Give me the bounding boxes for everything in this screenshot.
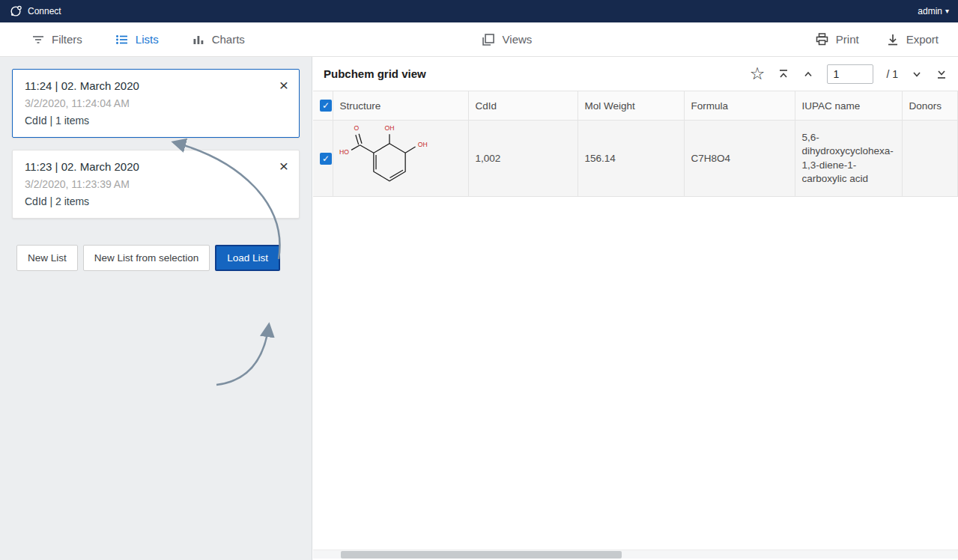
brand[interactable]: Connect bbox=[9, 4, 61, 18]
printer-icon bbox=[815, 32, 829, 46]
list-icon bbox=[115, 33, 129, 46]
lists-panel: 11:24 | 02. March 2020 3/2/2020, 11:24:0… bbox=[0, 57, 312, 560]
user-menu[interactable]: admin ▾ bbox=[918, 6, 949, 16]
export-button[interactable]: Export bbox=[886, 33, 939, 46]
grid-controls: ☆ / 1 bbox=[750, 64, 948, 84]
results-table: ✓ Structure CdId Mol Weight Formula IUPA… bbox=[313, 91, 958, 197]
download-icon bbox=[886, 33, 900, 46]
column-header-cdid[interactable]: CdId bbox=[468, 91, 577, 121]
last-page-icon[interactable] bbox=[936, 68, 948, 80]
tab-filters-label: Filters bbox=[52, 33, 82, 46]
row-checkbox-cell: ✓ bbox=[313, 121, 333, 197]
list-title: 11:24 | 02. March 2020 bbox=[25, 79, 287, 92]
first-page-icon[interactable] bbox=[777, 68, 789, 80]
molecule-structure-image: O HO OH OH bbox=[333, 185, 446, 196]
grid-title: Pubchem grid view bbox=[324, 67, 426, 80]
user-name: admin bbox=[918, 6, 942, 16]
next-page-icon[interactable] bbox=[911, 68, 923, 80]
filter-icon bbox=[31, 33, 45, 46]
grid-header: Pubchem grid view ☆ / 1 bbox=[313, 57, 958, 91]
views-icon bbox=[481, 32, 496, 47]
logo-icon bbox=[9, 4, 22, 18]
previous-page-icon[interactable] bbox=[802, 68, 814, 80]
toolbar-left-group: Filters Lists bbox=[0, 33, 245, 46]
brand-label: Connect bbox=[28, 6, 61, 16]
mol-weight-cell: 156.14 bbox=[577, 121, 684, 197]
formula-cell: C7H8O4 bbox=[684, 121, 795, 197]
svg-text:O: O bbox=[354, 124, 359, 132]
app-window: Connect admin ▾ Filters bbox=[0, 0, 958, 560]
tab-charts[interactable]: Charts bbox=[192, 33, 245, 46]
list-actions: New List New List from selection Load Li… bbox=[16, 245, 312, 271]
print-button[interactable]: Print bbox=[815, 32, 859, 46]
cdid-cell: 1,002 bbox=[468, 121, 577, 197]
column-header-formula[interactable]: Formula bbox=[684, 91, 795, 121]
top-bar: Connect admin ▾ bbox=[0, 0, 958, 22]
table-header-row: ✓ Structure CdId Mol Weight Formula IUPA… bbox=[313, 91, 958, 121]
tab-lists-label: Lists bbox=[136, 33, 159, 46]
print-label: Print bbox=[836, 33, 859, 46]
table-row[interactable]: ✓ bbox=[313, 121, 958, 197]
new-list-button[interactable]: New List bbox=[16, 245, 78, 271]
favorite-star-icon[interactable]: ☆ bbox=[750, 64, 766, 84]
close-icon[interactable]: × bbox=[279, 77, 288, 93]
structure-cell: O HO OH OH bbox=[333, 121, 468, 197]
column-header-structure[interactable]: Structure bbox=[333, 91, 468, 121]
views-button[interactable]: Views bbox=[481, 32, 533, 47]
bar-chart-icon bbox=[192, 33, 205, 46]
svg-text:OH: OH bbox=[417, 141, 427, 148]
list-timestamp: 3/2/2020, 11:23:39 AM bbox=[25, 178, 287, 190]
list-item[interactable]: 11:23 | 02. March 2020 3/2/2020, 11:23:3… bbox=[12, 150, 300, 219]
list-title: 11:23 | 02. March 2020 bbox=[25, 160, 287, 173]
export-label: Export bbox=[906, 33, 939, 46]
header-checkbox-cell: ✓ bbox=[313, 91, 333, 121]
list-item[interactable]: 11:24 | 02. March 2020 3/2/2020, 11:24:0… bbox=[12, 69, 300, 138]
load-list-button[interactable]: Load List bbox=[215, 245, 280, 271]
page-total-label: / 1 bbox=[886, 68, 898, 80]
row-checkbox[interactable]: ✓ bbox=[320, 153, 332, 165]
tab-lists[interactable]: Lists bbox=[115, 33, 159, 46]
donors-cell bbox=[902, 121, 958, 197]
toolbar-center-group: Views bbox=[481, 32, 533, 47]
list-meta: CdId | 2 items bbox=[25, 195, 287, 207]
tab-charts-label: Charts bbox=[212, 33, 245, 46]
new-list-from-selection-button[interactable]: New List from selection bbox=[83, 245, 210, 271]
horizontal-scrollbar[interactable] bbox=[313, 550, 958, 559]
svg-text:OH: OH bbox=[384, 124, 394, 132]
chevron-down-icon: ▾ bbox=[945, 7, 949, 15]
svg-text:HO: HO bbox=[339, 148, 349, 156]
list-timestamp: 3/2/2020, 11:24:04 AM bbox=[25, 97, 287, 109]
page-number-input[interactable] bbox=[827, 64, 873, 84]
main-toolbar: Filters Lists bbox=[0, 22, 958, 57]
list-meta: CdId | 1 items bbox=[25, 115, 287, 127]
iupac-name-cell: 5,6-dihydroxycyclohexa-1,3-diene-1-carbo… bbox=[795, 121, 902, 197]
column-header-iupac-name[interactable]: IUPAC name bbox=[795, 91, 902, 121]
tab-filters[interactable]: Filters bbox=[31, 33, 82, 46]
column-header-donors[interactable]: Donors bbox=[902, 91, 958, 121]
scrollbar-thumb[interactable] bbox=[341, 551, 622, 559]
select-all-checkbox[interactable]: ✓ bbox=[320, 100, 332, 112]
toolbar-right-group: Print Export bbox=[815, 32, 958, 46]
grid-panel: Pubchem grid view ☆ / 1 bbox=[313, 57, 958, 560]
views-label: Views bbox=[503, 33, 533, 46]
close-icon[interactable]: × bbox=[279, 158, 288, 174]
column-header-mol-weight[interactable]: Mol Weight bbox=[577, 91, 684, 121]
